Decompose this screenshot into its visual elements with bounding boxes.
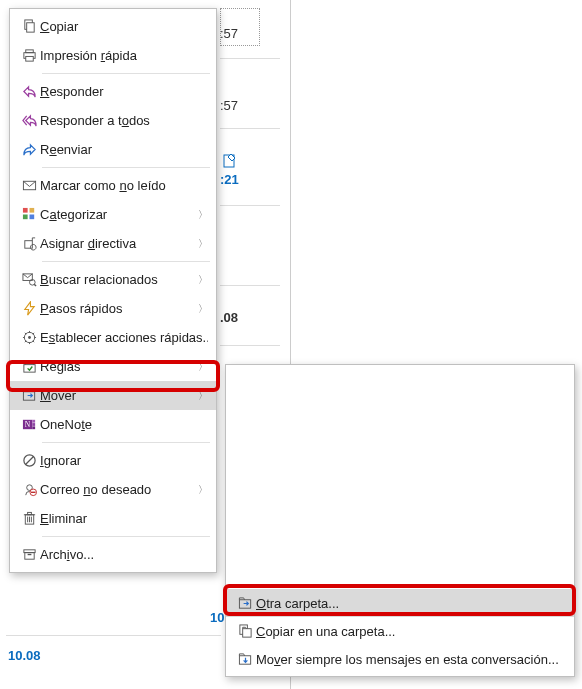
menu-set-quick-actions-label: Establecer acciones rápidas... — [40, 330, 208, 345]
menu-mark-unread-label: Marcar como no leído — [40, 178, 208, 193]
menu-move[interactable]: Mover 〉 — [10, 381, 216, 410]
bg-sep-0 — [220, 58, 280, 59]
forward-icon — [18, 142, 40, 157]
move-submenu: Otra carpeta... Copiar en una carpeta...… — [225, 364, 575, 677]
bg-sep-4 — [220, 345, 280, 346]
svg-rect-11 — [24, 241, 32, 249]
menu-quick-steps-label: Pasos rápidos — [40, 301, 194, 316]
bg-time-3: .08 — [220, 310, 238, 325]
quick-steps-icon — [18, 301, 40, 316]
bg-sep-3 — [220, 285, 280, 286]
submenu-other-folder-label: Otra carpeta... — [256, 596, 566, 611]
chevron-right-icon: 〉 — [198, 360, 208, 374]
menu-set-quick-actions[interactable]: Establecer acciones rápidas... — [10, 323, 216, 352]
bg-sep-lower — [6, 635, 221, 636]
bg-lowerleft-0: 10 — [210, 610, 224, 625]
submenu-copy-to-folder-label: Copiar en una carpeta... — [256, 624, 566, 639]
menu-quick-print[interactable]: Impresión rápida — [10, 41, 216, 70]
svg-line-14 — [34, 284, 36, 286]
reply-all-icon — [18, 113, 40, 128]
junk-icon — [18, 482, 40, 497]
menu-copy-label: Copiar — [40, 19, 208, 34]
folder-move-icon — [234, 596, 256, 611]
menu-assign-policy[interactable]: Asignar directiva 〉 — [10, 229, 216, 258]
svg-rect-10 — [29, 215, 34, 220]
svg-rect-21 — [32, 420, 35, 423]
menu-quick-print-label: Impresión rápida — [40, 48, 208, 63]
menu-archive[interactable]: Archivo... — [10, 540, 216, 569]
submenu-always-move[interactable]: Mover siempre los mensajes en esta conve… — [226, 645, 574, 673]
copy-folder-icon — [234, 624, 256, 639]
menu-assign-policy-label: Asignar directiva — [40, 236, 194, 251]
menu-forward-label: Reenviar — [40, 142, 208, 157]
submenu-other-folder[interactable]: Otra carpeta... — [226, 589, 574, 617]
bg-sep-2 — [220, 205, 280, 206]
ignore-icon — [18, 453, 40, 468]
submenu-copy-to-folder[interactable]: Copiar en una carpeta... — [226, 617, 574, 645]
chevron-right-icon: 〉 — [198, 237, 208, 251]
menu-categorize-label: Categorizar — [40, 207, 194, 222]
svg-rect-31 — [27, 512, 31, 514]
quick-actions-icon — [18, 330, 40, 345]
svg-rect-8 — [29, 208, 34, 213]
menu-separator — [42, 261, 210, 262]
printer-icon — [18, 48, 40, 63]
menu-forward[interactable]: Reenviar — [10, 135, 216, 164]
svg-rect-36 — [24, 553, 33, 560]
mail-unread-icon — [18, 178, 40, 193]
menu-delete-label: Eliminar — [40, 511, 208, 526]
always-move-icon — [234, 652, 256, 667]
menu-reply-all[interactable]: Responder a todos — [10, 106, 216, 135]
edit-icon — [222, 152, 238, 168]
svg-rect-40 — [242, 628, 250, 636]
menu-ignore[interactable]: Ignorar — [10, 446, 216, 475]
menu-categorize[interactable]: Categorizar 〉 — [10, 200, 216, 229]
menu-ignore-label: Ignorar — [40, 453, 208, 468]
menu-archive-label: Archivo... — [40, 547, 208, 562]
menu-move-label: Mover — [40, 388, 194, 403]
bg-sep-1 — [220, 128, 280, 129]
menu-copy[interactable]: Copiar — [10, 12, 216, 41]
search-related-icon — [18, 272, 40, 287]
menu-onenote[interactable]: N OneNote — [10, 410, 216, 439]
menu-separator — [42, 442, 210, 443]
move-icon — [18, 388, 40, 403]
menu-onenote-label: OneNote — [40, 417, 208, 432]
menu-reply[interactable]: Responder — [10, 77, 216, 106]
context-menu: Copiar Impresión rápida Responder Respon… — [9, 8, 217, 573]
svg-text:N: N — [24, 420, 30, 429]
menu-separator — [42, 167, 210, 168]
submenu-always-move-label: Mover siempre los mensajes en esta conve… — [256, 652, 566, 667]
menu-mark-unread[interactable]: Marcar como no leído — [10, 171, 216, 200]
bg-time-0: :57 — [220, 26, 238, 41]
menu-delete[interactable]: Eliminar — [10, 504, 216, 533]
chevron-right-icon: 〉 — [198, 302, 208, 316]
svg-rect-7 — [22, 208, 27, 213]
menu-separator — [42, 73, 210, 74]
archive-icon — [18, 547, 40, 562]
menu-reply-label: Responder — [40, 84, 208, 99]
bg-time-2: :21 — [220, 172, 239, 187]
menu-junk-label: Correo no deseado — [40, 482, 194, 497]
chevron-right-icon: 〉 — [198, 208, 208, 222]
svg-rect-9 — [22, 215, 27, 220]
svg-line-25 — [25, 457, 33, 465]
chevron-right-icon: 〉 — [198, 483, 208, 497]
chevron-right-icon: 〉 — [198, 273, 208, 287]
menu-separator — [234, 585, 568, 586]
svg-point-16 — [28, 336, 31, 339]
menu-junk[interactable]: Correo no deseado 〉 — [10, 475, 216, 504]
menu-reply-all-label: Responder a todos — [40, 113, 208, 128]
menu-find-related[interactable]: Buscar relacionados 〉 — [10, 265, 216, 294]
delete-icon — [18, 511, 40, 526]
chevron-right-icon: 〉 — [198, 389, 208, 403]
svg-rect-4 — [25, 50, 33, 53]
submenu-upper-space — [226, 368, 574, 582]
menu-find-related-label: Buscar relacionados — [40, 272, 194, 287]
menu-separator — [42, 536, 210, 537]
menu-rules[interactable]: Reglas 〉 — [10, 352, 216, 381]
svg-rect-2 — [26, 23, 34, 32]
bg-time-1: :57 — [220, 98, 238, 113]
bg-lowerleft-1: 10.08 — [8, 648, 41, 663]
menu-quick-steps[interactable]: Pasos rápidos 〉 — [10, 294, 216, 323]
